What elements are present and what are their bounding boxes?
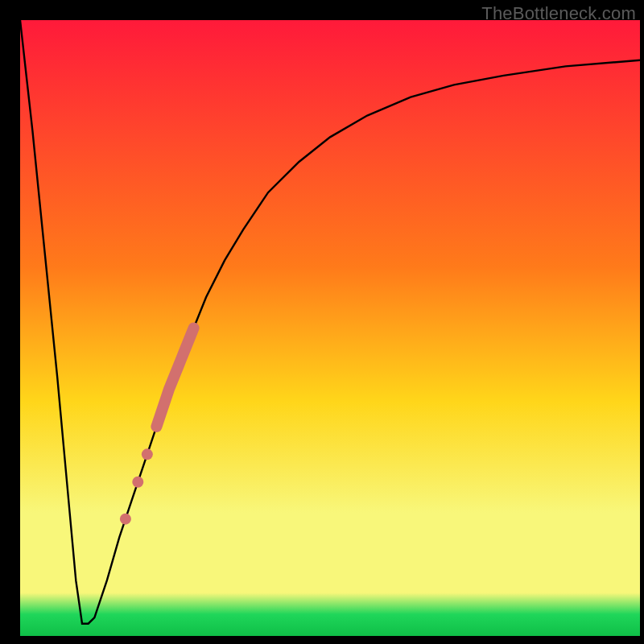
- highlight-dot: [142, 448, 153, 460]
- chart-background-gradient: [20, 20, 640, 636]
- highlight-dot: [132, 477, 143, 488]
- highlight-dot: [120, 514, 131, 525]
- chart-container: TheBottleneck.com: [0, 0, 644, 644]
- bottleneck-chart: [0, 0, 644, 644]
